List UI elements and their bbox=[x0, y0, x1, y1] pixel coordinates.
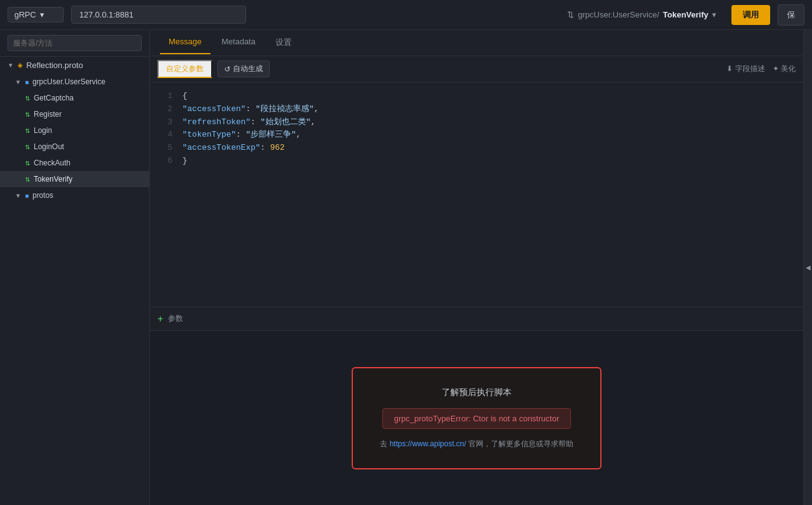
field-desc-label[interactable]: ⬇ 字段描述 bbox=[726, 64, 765, 74]
tabs-bar: MessageMetadata设置 bbox=[150, 30, 803, 56]
line-content: { bbox=[182, 90, 187, 103]
line-content: "tokenType": "步部样三争", bbox=[182, 129, 301, 142]
help-text-after: 官网，了解更多信息或寻求帮助 bbox=[466, 439, 573, 448]
beautify-label[interactable]: ✦ 美化 bbox=[773, 64, 796, 74]
code-line: 4 "tokenType": "步部样三争", bbox=[160, 129, 793, 142]
line-number: 2 bbox=[160, 103, 172, 116]
tree-label: TokenVerify bbox=[34, 175, 72, 184]
service-path: ⇅ grpcUser.UserService/TokenVerify ▾ bbox=[254, 10, 724, 19]
params-bar: + 参数 bbox=[150, 306, 803, 330]
tree-label: protos bbox=[32, 191, 53, 200]
sidebar: ▼◈Reflection.proto▼■grpcUser.UserService… bbox=[0, 30, 150, 505]
sidebar-item-grpc-user-service[interactable]: ▼■grpcUser.UserService bbox=[0, 74, 149, 90]
service-prefix: grpcUser.UserService/ bbox=[578, 10, 659, 19]
tab-metadata[interactable]: Metadata bbox=[213, 32, 264, 54]
extra-button[interactable]: 保 bbox=[778, 4, 805, 26]
error-dialog: 了解预后执行脚本 grpc_protoTypeError: Ctor is no… bbox=[352, 367, 602, 469]
line-number: 5 bbox=[160, 142, 172, 155]
auto-gen-label: 自动生成 bbox=[233, 64, 263, 74]
service-icon: ■ bbox=[25, 79, 29, 86]
error-title: 了解预后执行脚本 bbox=[378, 387, 575, 398]
sidebar-item-reflection-proto[interactable]: ▼◈Reflection.proto bbox=[0, 57, 149, 74]
protocol-dropdown-icon: ▾ bbox=[40, 10, 57, 19]
sidebar-item-get-captcha[interactable]: ⇅GetCaptcha bbox=[0, 90, 149, 106]
help-url-link[interactable]: https://www.apipost.cn/ bbox=[390, 439, 467, 448]
line-content: "refreshToken": "始划也二类", bbox=[182, 116, 315, 129]
tree-container: ▼◈Reflection.proto▼■grpcUser.UserService… bbox=[0, 57, 149, 203]
method-icon: ⇅ bbox=[25, 160, 30, 167]
sidebar-search-area bbox=[0, 30, 149, 57]
sidebar-item-checkauth[interactable]: ⇅CheckAuth bbox=[0, 155, 149, 171]
method-icon: ⇅ bbox=[25, 176, 30, 183]
tab-message[interactable]: Message bbox=[160, 32, 210, 54]
line-number: 6 bbox=[160, 155, 172, 168]
protocol-select[interactable]: gRPC ▾ bbox=[7, 7, 64, 22]
tree-label: grpcUser.UserService bbox=[32, 77, 106, 86]
editor-area: 自定义参数 ↺ 自动生成 ⬇ 字段描述 ✦ 美化 1{2 "accessToke… bbox=[150, 56, 803, 306]
code-line: 2 "accessToken": "段拉祯志率感", bbox=[160, 103, 793, 116]
method-icon: ⇅ bbox=[25, 95, 30, 102]
service-dropdown-icon: ▾ bbox=[712, 10, 716, 19]
auto-gen-btn[interactable]: ↺ 自动生成 bbox=[217, 61, 270, 77]
chevron-icon: ▼ bbox=[15, 192, 21, 199]
url-input[interactable] bbox=[71, 6, 246, 24]
transfer-icon: ⇅ bbox=[567, 10, 574, 19]
tree-label: LoginOut bbox=[34, 142, 64, 151]
sidebar-item-protos[interactable]: ▼■protos bbox=[0, 187, 149, 203]
auto-gen-icon: ↺ bbox=[224, 65, 230, 74]
method-icon: ⇅ bbox=[25, 144, 30, 150]
tree-label: GetCaptcha bbox=[34, 94, 74, 102]
line-number: 4 bbox=[160, 129, 172, 142]
sidebar-item-register[interactable]: ⇅Register bbox=[0, 106, 149, 122]
protocol-label: gRPC bbox=[14, 10, 36, 19]
sidebar-item-login[interactable]: ⇅Login bbox=[0, 122, 149, 139]
chevron-icon: ▼ bbox=[7, 62, 14, 69]
help-text-before: 去 bbox=[380, 439, 389, 448]
tree-label: Register bbox=[34, 110, 62, 119]
sidebar-item-loginout[interactable]: ⇅LoginOut bbox=[0, 139, 149, 155]
tab-settings[interactable]: 设置 bbox=[267, 32, 300, 54]
editor-toolbar: 自定义参数 ↺ 自动生成 ⬇ 字段描述 ✦ 美化 bbox=[150, 56, 803, 82]
code-editor[interactable]: 1{2 "accessToken": "段拉祯志率感",3 "refreshTo… bbox=[150, 82, 803, 306]
search-input[interactable] bbox=[7, 35, 142, 51]
code-line: 1{ bbox=[160, 90, 793, 103]
content-area: MessageMetadata设置 自定义参数 ↺ 自动生成 ⬇ 字段描述 ✦ … bbox=[150, 30, 803, 505]
line-content: } bbox=[182, 155, 187, 168]
send-button[interactable]: 调用 bbox=[731, 5, 770, 25]
method-name: TokenVerify bbox=[663, 10, 708, 19]
tree-label: CheckAuth bbox=[34, 159, 71, 167]
main-layout: ▼◈Reflection.proto▼■grpcUser.UserService… bbox=[0, 30, 812, 505]
response-area: 了解预后执行脚本 grpc_protoTypeError: Ctor is no… bbox=[150, 330, 803, 505]
folder-icon: ■ bbox=[25, 192, 29, 199]
proto-icon: ◈ bbox=[17, 61, 22, 69]
method-icon: ⇅ bbox=[25, 111, 30, 118]
tabs-container: MessageMetadata设置 bbox=[160, 32, 300, 54]
collapse-handle[interactable]: ◀ bbox=[803, 30, 812, 505]
add-params-icon[interactable]: + bbox=[157, 313, 163, 325]
code-line: 5 "accessTokenExp": 962 bbox=[160, 142, 793, 155]
line-content: "accessToken": "段拉祯志率感", bbox=[182, 103, 319, 116]
error-code: grpc_protoTypeError: Ctor is not a const… bbox=[382, 408, 571, 429]
toolbar-right: ⬇ 字段描述 ✦ 美化 bbox=[726, 64, 796, 74]
top-bar: gRPC ▾ ⇅ grpcUser.UserService/TokenVerif… bbox=[0, 0, 812, 30]
error-help-text: 去 https://www.apipost.cn/ 官网，了解更多信息或寻求帮助 bbox=[378, 439, 575, 449]
method-icon: ⇅ bbox=[25, 127, 30, 134]
params-label: 参数 bbox=[168, 313, 183, 324]
line-content: "accessTokenExp": 962 bbox=[182, 142, 285, 155]
tree-label: Login bbox=[34, 126, 52, 135]
tree-label: Reflection.proto bbox=[26, 61, 83, 70]
code-line: 3 "refreshToken": "始划也二类", bbox=[160, 116, 793, 129]
custom-params-btn[interactable]: 自定义参数 bbox=[157, 60, 212, 78]
code-line: 6} bbox=[160, 155, 793, 168]
line-number: 1 bbox=[160, 90, 172, 103]
sidebar-item-tokenverify[interactable]: ⇅TokenVerify bbox=[0, 171, 149, 187]
line-number: 3 bbox=[160, 116, 172, 129]
chevron-icon: ▼ bbox=[15, 79, 21, 86]
